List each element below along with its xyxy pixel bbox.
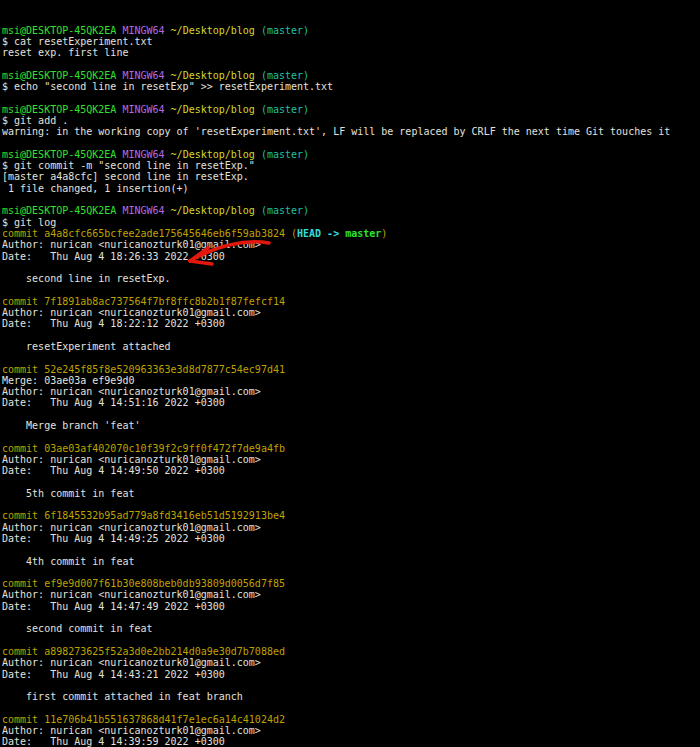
terminal-output: msi@DESKTOP-45QK2EA MINGW64 ~/Desktop/bl… <box>2 25 700 747</box>
terminal-text-segment: Author: nurican <nuricanozturk01@gmail.c… <box>2 589 261 600</box>
terminal-text-segment: Date: Thu Aug 4 14:51:16 2022 +0300 <box>2 397 225 408</box>
terminal-text-segment: ~/Desktop/blog <box>171 205 261 216</box>
terminal-text-segment: Merge branch 'feat' <box>2 420 140 431</box>
terminal-text-segment: ~/Desktop/blog <box>171 104 261 115</box>
terminal-text-segment: commit 52e245f85f8e520963363e3d8d7877c54… <box>2 364 285 375</box>
commit-hash-line: commit a898273625f52a3d0e2bb214d0a9e30d7… <box>2 646 700 657</box>
terminal-text-segment: Author: nurican <nuricanozturk01@gmail.c… <box>2 522 261 533</box>
command-line: $ git commit -m "second line in resetExp… <box>2 160 700 171</box>
blank-line <box>2 567 700 578</box>
terminal-text-segment: Date: Thu Aug 4 18:26:33 2022 +0300 <box>2 251 225 262</box>
blank-line <box>2 138 700 149</box>
blank-line <box>2 635 700 646</box>
author-line: Author: nurican <nuricanozturk01@gmail.c… <box>2 522 700 533</box>
date-line: Date: Thu Aug 4 18:26:33 2022 +0300 <box>2 251 700 262</box>
date-line: Date: Thu Aug 4 14:51:16 2022 +0300 <box>2 397 700 408</box>
terminal-text-segment: commit a4a8cfc665bcfee2ade175645646eb6f5… <box>2 228 297 239</box>
terminal-text-segment: MINGW64 <box>122 205 170 216</box>
terminal-text-segment: ~/Desktop/blog <box>171 25 261 36</box>
blank-line <box>2 284 700 295</box>
terminal-text-segment: (master) <box>261 25 309 36</box>
terminal-text-segment: ~/Desktop/blog <box>171 149 261 160</box>
terminal-text-segment: commit ef9e9d007f61b30e808beb0db93809d00… <box>2 578 285 589</box>
terminal-text-segment: commit 7f1891ab8ac737564f7bf8ffc8b2b1f87… <box>2 296 285 307</box>
author-line: Author: nurican <nuricanozturk01@gmail.c… <box>2 657 700 668</box>
author-line: Author: nurican <nuricanozturk01@gmail.c… <box>2 386 700 397</box>
terminal-text-segment: second line in resetExp. <box>2 273 171 284</box>
terminal-text-segment: commit a898273625f52a3d0e2bb214d0a9e30d7… <box>2 646 285 657</box>
blank-line <box>2 92 700 103</box>
terminal-text-segment: msi@DESKTOP-45QK2EA <box>2 149 122 160</box>
date-line: Date: Thu Aug 4 14:43:21 2022 +0300 <box>2 669 700 680</box>
terminal-text-segment: second commit in feat <box>2 623 153 634</box>
terminal-text-segment: Author: nurican <nuricanozturk01@gmail.c… <box>2 239 261 250</box>
commit-message-line: Merge branch 'feat' <box>2 420 700 431</box>
commit-message-line: 5th commit in feat <box>2 488 700 499</box>
terminal-text-segment: Author: nurican <nuricanozturk01@gmail.c… <box>2 454 261 465</box>
prompt-line: msi@DESKTOP-45QK2EA MINGW64 ~/Desktop/bl… <box>2 149 700 160</box>
terminal-text-segment: Author: nurican <nuricanozturk01@gmail.c… <box>2 386 261 397</box>
blank-line <box>2 702 700 713</box>
terminal-text-segment: 5th commit in feat <box>2 488 134 499</box>
date-line: Date: Thu Aug 4 14:49:25 2022 +0300 <box>2 533 700 544</box>
terminal-text-segment: $ git log <box>2 217 56 228</box>
terminal-window[interactable]: msi@DESKTOP-45QK2EA MINGW64 ~/Desktop/bl… <box>0 0 700 747</box>
date-line: Date: Thu Aug 4 18:22:12 2022 +0300 <box>2 318 700 329</box>
terminal-text-segment: (master) <box>261 70 309 81</box>
author-line: Author: nurican <nuricanozturk01@gmail.c… <box>2 725 700 736</box>
output-line: warning: in the working copy of 'resetEx… <box>2 126 700 137</box>
terminal-text-segment: Author: nurican <nuricanozturk01@gmail.c… <box>2 657 261 668</box>
commit-message-line: resetExperiment attached <box>2 341 700 352</box>
output-line: reset exp. first line <box>2 47 700 58</box>
commit-message-line: 4th commit in feat <box>2 556 700 567</box>
terminal-text-segment: reset exp. first line <box>2 47 128 58</box>
terminal-text-segment: msi@DESKTOP-45QK2EA <box>2 25 122 36</box>
commit-hash-line: commit a4a8cfc665bcfee2ade175645646eb6f5… <box>2 228 700 239</box>
blank-line <box>2 499 700 510</box>
prompt-line: msi@DESKTOP-45QK2EA MINGW64 ~/Desktop/bl… <box>2 70 700 81</box>
terminal-text-segment: Date: Thu Aug 4 14:49:25 2022 +0300 <box>2 533 225 544</box>
terminal-text-segment: MINGW64 <box>122 149 170 160</box>
date-line: Date: Thu Aug 4 14:39:59 2022 +0300 <box>2 736 700 747</box>
terminal-text-segment: MINGW64 <box>122 70 170 81</box>
prompt-line: msi@DESKTOP-45QK2EA MINGW64 ~/Desktop/bl… <box>2 205 700 216</box>
terminal-text-segment: 1 file changed, 1 insertion(+) <box>2 183 189 194</box>
terminal-text-segment: $ echo "second line in resetExp" >> rese… <box>2 81 333 92</box>
terminal-text-segment: msi@DESKTOP-45QK2EA <box>2 70 122 81</box>
merge-line: Merge: 03ae03a ef9e9d0 <box>2 375 700 386</box>
blank-line <box>2 58 700 69</box>
terminal-text-segment: Author: nurican <nuricanozturk01@gmail.c… <box>2 725 261 736</box>
terminal-text-segment: commit 11e706b41b551637868d41f7e1ec6a14c… <box>2 714 285 725</box>
commit-message-line: first commit attached in feat branch <box>2 691 700 702</box>
terminal-text-segment: [master a4a8cfc] second line in resetExp… <box>2 171 249 182</box>
commit-hash-line: commit ef9e9d007f61b30e808beb0db93809d00… <box>2 578 700 589</box>
terminal-text-segment: $ cat resetExperiment.txt <box>2 36 153 47</box>
author-line: Author: nurican <nuricanozturk01@gmail.c… <box>2 589 700 600</box>
blank-line <box>2 330 700 341</box>
blank-line <box>2 612 700 623</box>
commit-message-line: second commit in feat <box>2 623 700 634</box>
terminal-text-segment: msi@DESKTOP-45QK2EA <box>2 205 122 216</box>
terminal-text-segment: $ git commit -m "second line in resetExp… <box>2 160 255 171</box>
terminal-text-segment: msi@DESKTOP-45QK2EA <box>2 104 122 115</box>
commit-hash-line: commit 7f1891ab8ac737564f7bf8ffc8b2b1f87… <box>2 296 700 307</box>
commit-hash-line: commit 6f1845532b95ad779a8fd3416eb51d519… <box>2 510 700 521</box>
command-line: $ echo "second line in resetExp" >> rese… <box>2 81 700 92</box>
terminal-text-segment: resetExperiment attached <box>2 341 171 352</box>
terminal-text-segment: ) <box>381 228 387 239</box>
command-line: $ cat resetExperiment.txt <box>2 36 700 47</box>
commit-hash-line: commit 52e245f85f8e520963363e3d8d7877c54… <box>2 364 700 375</box>
author-line: Author: nurican <nuricanozturk01@gmail.c… <box>2 239 700 250</box>
terminal-text-segment: commit 6f1845532b95ad779a8fd3416eb51d519… <box>2 510 285 521</box>
commit-hash-line: commit 11e706b41b551637868d41f7e1ec6a14c… <box>2 714 700 725</box>
author-line: Author: nurican <nuricanozturk01@gmail.c… <box>2 454 700 465</box>
blank-line <box>2 476 700 487</box>
command-line: $ git log <box>2 217 700 228</box>
commit-message-line: second line in resetExp. <box>2 273 700 284</box>
terminal-text-segment: warning: in the working copy of 'resetEx… <box>2 126 670 137</box>
terminal-text-segment: Date: Thu Aug 4 14:49:50 2022 +0300 <box>2 465 225 476</box>
date-line: Date: Thu Aug 4 14:47:49 2022 +0300 <box>2 601 700 612</box>
blank-line <box>2 262 700 273</box>
terminal-text-segment: Author: nurican <nuricanozturk01@gmail.c… <box>2 307 261 318</box>
blank-line <box>2 431 700 442</box>
